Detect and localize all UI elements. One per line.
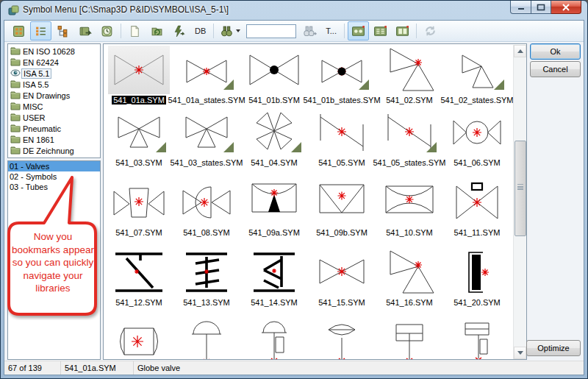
symbol-cell[interactable]: 541_01b_states.SYM xyxy=(308,45,376,107)
symbol-filename: 541_05_states.SYM xyxy=(373,158,445,167)
tree-structure-button[interactable] xyxy=(52,21,74,40)
maximize-icon xyxy=(537,4,545,11)
library-item[interactable]: EN 62424 xyxy=(8,57,100,68)
symbol-cell[interactable]: 541_04.SYM xyxy=(240,107,308,177)
symbol-cell[interactable] xyxy=(308,317,376,359)
symbol-cell[interactable]: 541_01a.SYM xyxy=(105,45,173,107)
symbol-filename: 541_10.SYM xyxy=(386,228,433,237)
symbol-cell[interactable]: 541_10.SYM xyxy=(376,177,443,247)
library-item[interactable]: EN Drawings xyxy=(8,90,100,101)
symbol-overview-button[interactable] xyxy=(8,21,29,40)
scrollbar-grip xyxy=(517,184,523,185)
symbol-cell[interactable]: 541_20.SYM xyxy=(443,247,511,317)
search-input[interactable] xyxy=(246,24,296,38)
reload-library-button[interactable] xyxy=(146,21,168,40)
library-item[interactable]: DE Zeichnung xyxy=(8,145,100,156)
symbol-filename: 541_01a_states.SYM xyxy=(168,96,245,105)
symbol-cell[interactable]: 541_01a_states.SYM xyxy=(173,45,240,107)
maximize-button[interactable] xyxy=(531,1,551,14)
find-next-binoculars-icon xyxy=(304,25,317,38)
list-view-icon xyxy=(373,25,387,38)
text-search-button-label: T... xyxy=(326,26,337,35)
bowtie_dot_ast-icon xyxy=(312,46,371,93)
library-item[interactable]: USER xyxy=(8,112,100,123)
library-item[interactable]: EN 1861 xyxy=(8,134,100,145)
find-next-button[interactable] xyxy=(299,21,320,40)
symbol-cell[interactable]: 541_06.SYM xyxy=(443,107,511,177)
scroll-up-button[interactable] xyxy=(514,45,526,57)
library-item[interactable]: Pneumatic xyxy=(8,123,100,134)
library-item[interactable]: MISC xyxy=(8,101,100,112)
text-search-button[interactable]: T... xyxy=(321,21,341,40)
symbol-cell[interactable]: 541_09a.SYM xyxy=(240,177,308,247)
symbol-cell[interactable] xyxy=(173,317,240,359)
symbol-list-button[interactable] xyxy=(30,21,51,40)
symbol-thumbnail xyxy=(108,318,170,359)
bookmark-item[interactable]: 01 - Valves xyxy=(8,161,100,171)
bookmark-library-button[interactable] xyxy=(74,21,96,40)
ok-button[interactable]: Ok xyxy=(530,43,581,60)
symbol-filename: 541_02.SYM xyxy=(386,96,433,105)
library-item-label: EN ISO 10628 xyxy=(23,47,75,56)
symbol-thumbnail xyxy=(446,248,508,297)
new-symbol-button[interactable] xyxy=(124,21,146,40)
symbol-filename: 541_01b_states.SYM xyxy=(303,96,380,105)
symbol-cell[interactable]: 541_05.SYM xyxy=(308,107,376,177)
symbol-cell[interactable]: 541_16.SYM xyxy=(376,247,443,317)
status-bar: 67 of 139 541_01a.SYM Globe valve xyxy=(4,361,584,375)
symbol-cell[interactable]: 541_02_states.SYM xyxy=(443,45,511,107)
titlebar[interactable]: Symbol Menu [C:\Smap3D P&ID\SYMBOL\ISA_5… xyxy=(1,1,587,20)
library-item[interactable]: ISA 5.1 xyxy=(8,68,100,79)
symbol-thumbnail xyxy=(446,178,508,227)
library-item[interactable]: ISA 5.5 xyxy=(8,79,100,90)
refresh-icon xyxy=(423,24,437,38)
symbol-filename: 541_04.SYM xyxy=(251,158,298,167)
bookmark-item[interactable]: 03 - Tubes xyxy=(8,182,100,192)
symbol-thumbnail xyxy=(243,46,305,94)
symbol-filename: 541_11.SYM xyxy=(454,228,501,237)
recent-symbols-button[interactable] xyxy=(96,21,118,40)
symbol-thumbnail xyxy=(379,108,440,157)
symbol-cell[interactable]: 541_03_states.SYM xyxy=(173,107,240,177)
view-thumbnails-button[interactable] xyxy=(348,21,369,40)
symbol-cell[interactable]: 541_01b.SYM xyxy=(240,45,308,107)
symbol-cell[interactable]: 541_07.SYM xyxy=(105,177,173,247)
close-button[interactable] xyxy=(551,1,581,14)
symbol-thumbnail xyxy=(311,248,373,297)
view-list-button[interactable] xyxy=(370,21,391,40)
symbol-cell[interactable]: 541_14.SYM xyxy=(240,247,308,317)
bookmark-item[interactable]: 02 - Symbols xyxy=(8,171,100,182)
quick-place-button[interactable] xyxy=(168,21,190,40)
symbol-cell[interactable]: 541_05_states.SYM xyxy=(376,107,443,177)
cancel-button[interactable]: Cancel xyxy=(530,61,581,77)
symbol-thumbnail xyxy=(176,46,237,94)
folder-icon xyxy=(10,124,21,134)
symbol-cell[interactable]: 541_02.SYM xyxy=(376,45,443,107)
folder-icon xyxy=(10,102,21,112)
refresh-button[interactable] xyxy=(420,21,441,40)
search-dropdown-caret xyxy=(236,29,240,32)
symbol-cell[interactable] xyxy=(105,317,173,359)
symbol-cell[interactable]: 541_15.SYM xyxy=(308,247,376,317)
scrollbar-thumb[interactable] xyxy=(514,141,526,236)
library-item[interactable]: EN ISO 10628 xyxy=(8,46,100,57)
database-button[interactable]: DB xyxy=(190,21,210,40)
view-details-button[interactable] xyxy=(392,21,413,40)
grid-scrollbar[interactable] xyxy=(513,45,526,359)
scroll-down-button[interactable] xyxy=(514,347,526,359)
symbol-cell[interactable]: 541_03.SYM xyxy=(105,107,173,177)
symbol-cell[interactable]: 541_12.SYM xyxy=(105,247,173,317)
minimize-button[interactable] xyxy=(510,1,531,14)
symbol-cell[interactable]: 541_09b.SYM xyxy=(308,177,376,247)
symbol-cell[interactable]: 541_11.SYM xyxy=(443,177,511,247)
bookmark-list: 01 - Valves02 - Symbols03 - Tubes xyxy=(7,160,101,360)
search-button[interactable] xyxy=(217,21,243,40)
symbol-thumbnail xyxy=(379,248,440,297)
symbol-cell[interactable]: 541_08.SYM xyxy=(173,177,240,247)
symbol-cell[interactable]: 541_13.SYM xyxy=(173,247,240,317)
symbol-cell[interactable] xyxy=(443,317,511,359)
angle_ast-icon xyxy=(380,46,439,93)
symbol-cell[interactable] xyxy=(376,317,443,359)
optimize-button[interactable]: Optimize xyxy=(526,340,581,356)
symbol-cell[interactable] xyxy=(240,317,308,359)
